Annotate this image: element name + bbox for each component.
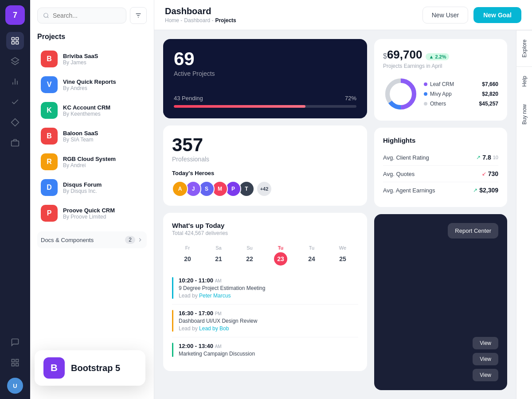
help-tab[interactable]: Help <box>516 66 532 96</box>
sidebar-icon-grid[interactable] <box>6 32 24 50</box>
event-title-1: 9 Degree Project Estimation Meeting <box>179 285 358 291</box>
project-name-5: Disqus Forum <box>63 181 102 188</box>
page-header: Dashboard Home - Dashboard - Projects Ne… <box>154 0 532 30</box>
project-by-2: By Keenthemes <box>63 111 110 117</box>
heroes-avatars: A J S M P T +42 <box>172 181 358 197</box>
filter-button[interactable] <box>130 7 147 24</box>
active-projects-count: 69 <box>174 50 356 68</box>
project-name-4: RGB Cloud System <box>63 156 116 162</box>
svg-rect-3 <box>16 42 19 44</box>
explore-tab[interactable]: Explore <box>516 30 532 66</box>
project-item-5[interactable]: D Disqus Forum By Disqus Inc. <box>37 175 147 200</box>
highlights-card: Highlights Avg. Client Rating ↗ 7.8 10 A… <box>374 128 507 207</box>
professionals-count: 357 <box>172 134 358 156</box>
whatsup-subtitle: Total 424,567 deliveries <box>172 230 358 236</box>
new-goal-button[interactable]: New Goal <box>473 7 521 23</box>
earnings-label: Projects Earnings in April <box>383 63 498 69</box>
cal-day-fr[interactable]: Fr 20 <box>172 243 203 268</box>
active-projects-label: Active Projects <box>174 70 356 77</box>
view-button-2[interactable]: View <box>473 353 498 365</box>
project-item-1[interactable]: V Vine Quick Reports By Andres <box>37 72 147 98</box>
project-by-0: By James <box>63 59 98 66</box>
new-user-button[interactable]: New User <box>422 7 468 23</box>
svg-rect-10 <box>12 360 15 362</box>
project-logo-4: R <box>41 153 58 170</box>
sidebar-icon-check[interactable] <box>6 93 24 111</box>
highlight-val-3: $2,309 <box>479 187 498 194</box>
earnings-amount: 69,700 <box>387 48 422 62</box>
svg-rect-0 <box>12 38 15 40</box>
earnings-dollar: $ <box>383 52 387 60</box>
legend-item-1: Leaf CRM $7,660 <box>424 81 498 87</box>
project-by-1: By Andres <box>63 85 116 91</box>
project-logo-6: P <box>41 205 58 222</box>
docs-count: 2 <box>125 236 135 244</box>
event-lead-link-2[interactable]: Lead by Bob <box>199 325 229 332</box>
project-by-4: By Andrei <box>63 162 116 168</box>
project-item-4[interactable]: R RGB Cloud System By Andrei <box>37 149 147 175</box>
event-title-2: Dashboard UI/UX Design Review <box>179 318 358 324</box>
event-1: 10:20 - 11:00 AM 9 Degree Project Estima… <box>172 272 358 305</box>
svg-line-15 <box>47 17 49 18</box>
sidebar-user-avatar[interactable]: U <box>7 378 23 394</box>
heroes-title: Today's Heroes <box>172 170 358 176</box>
left-panel: Projects B Briviba SaaS By James V Vine … <box>30 0 154 399</box>
project-name-3: Baloon SaaS <box>63 130 98 137</box>
project-item-3[interactable]: B Baloon SaaS By SIA Team <box>37 123 147 149</box>
cal-day-sa[interactable]: Sa 21 <box>203 243 234 268</box>
cal-day-we[interactable]: We 25 <box>327 243 358 268</box>
sidebar-icon-briefcase[interactable] <box>6 134 24 152</box>
bootstrap-logo: B <box>43 357 65 379</box>
pending-label: 43 Pending <box>174 95 203 102</box>
svg-marker-4 <box>12 58 19 63</box>
cal-day-tu[interactable]: Tu 24 <box>296 243 327 268</box>
projects-list: B Briviba SaaS By James V Vine Quick Rep… <box>37 46 147 226</box>
sidebar-icon-diamond[interactable] <box>6 113 24 131</box>
projects-title: Projects <box>37 33 147 41</box>
project-info-6: Proove Quick CRM By Proove Limited <box>63 207 115 220</box>
project-by-3: By SIA Team <box>63 137 98 143</box>
view-button-1[interactable]: View <box>473 337 498 349</box>
buy-now-tab[interactable]: Buy now <box>516 95 532 133</box>
cal-day-today[interactable]: Tu 23 <box>265 243 296 268</box>
active-projects-card: 69 Active Projects 43 Pending 72% <box>163 39 367 118</box>
svg-rect-12 <box>12 364 15 366</box>
project-item-0[interactable]: B Briviba SaaS By James <box>37 46 147 72</box>
event-lead-2: Lead by Lead by Bob <box>179 325 358 332</box>
project-item-2[interactable]: K KC Account CRM By Keenthemes <box>37 98 147 123</box>
project-info-2: KC Account CRM By Keenthemes <box>63 104 110 117</box>
docs-row[interactable]: Docs & Components 2 <box>37 231 147 248</box>
svg-rect-9 <box>12 141 19 146</box>
sidebar-icon-layers[interactable] <box>6 52 24 70</box>
project-info-5: Disqus Forum By Disqus Inc. <box>63 181 102 194</box>
highlight-row-2: Avg. Quotes ↙ 730 <box>383 166 498 182</box>
project-info-3: Baloon SaaS By SIA Team <box>63 130 98 143</box>
project-logo-3: B <box>41 128 58 145</box>
legend-item-3: Others $45,257 <box>424 101 498 107</box>
user-number-badge[interactable]: 7 <box>5 5 25 25</box>
cal-day-su[interactable]: Su 22 <box>234 243 265 268</box>
docs-label: Docs & Components <box>41 237 94 243</box>
more-heroes-badge: +42 <box>256 181 272 197</box>
search-input[interactable] <box>53 12 121 19</box>
report-center-button[interactable]: Report Center <box>448 223 498 239</box>
earnings-card: $ 69,700 ▲ 2.2% Projects Earnings in Apr… <box>374 39 507 121</box>
project-logo-1: V <box>41 76 58 93</box>
event-bar-3 <box>172 343 173 357</box>
search-bar[interactable] <box>37 8 126 23</box>
project-logo-5: D <box>41 179 58 196</box>
sidebar-icon-grid2[interactable] <box>6 354 24 372</box>
svg-rect-1 <box>16 38 19 40</box>
sidebar-icon-chart[interactable] <box>6 73 24 90</box>
highlights-title: Highlights <box>383 137 498 144</box>
event-title-3: Marketing Campaign Discussion <box>179 351 358 357</box>
project-item-6[interactable]: P Proove Quick CRM By Proove Limited <box>37 200 147 226</box>
sidebar-icon-message[interactable] <box>6 333 24 351</box>
search-icon <box>43 12 49 19</box>
view-button-3[interactable]: View <box>473 369 498 381</box>
event-lead-link-1[interactable]: Peter Marcus <box>199 293 231 299</box>
earnings-badge: ▲ 2.2% <box>426 53 449 60</box>
calendar-card: What's up Today Total 424,567 deliveries… <box>163 213 367 371</box>
dark-card: Report Center View View View <box>374 214 507 390</box>
pending-pct: 72% <box>345 95 356 102</box>
